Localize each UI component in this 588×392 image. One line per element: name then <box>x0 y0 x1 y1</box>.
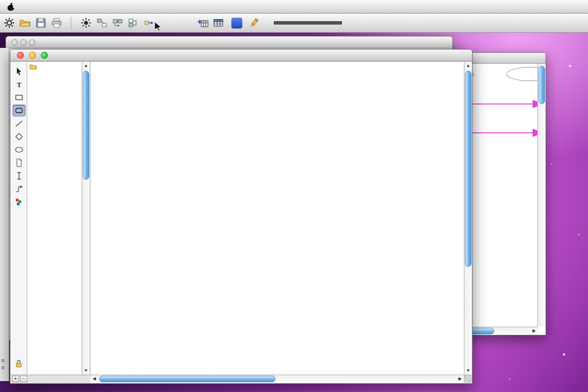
scroll-right-icon[interactable]: ▶ <box>456 375 464 383</box>
tool-rounded-rectangle-icon[interactable] <box>13 105 26 117</box>
tool-page-icon[interactable] <box>13 157 26 169</box>
scroll-down-icon[interactable]: ▼ <box>464 367 471 375</box>
lock-icon[interactable] <box>15 359 22 367</box>
page-list-scroll-thumb[interactable] <box>83 71 89 180</box>
app-toolbar <box>0 14 588 33</box>
tool-palette: T <box>11 62 27 375</box>
scroll-down-icon[interactable]: ▼ <box>82 367 90 375</box>
add-table-icon[interactable] <box>196 16 209 29</box>
state-vscrollbar[interactable] <box>537 64 546 327</box>
resize-grip[interactable] <box>464 375 471 383</box>
dictionary-titlebar[interactable] <box>6 36 452 48</box>
tool-text-icon[interactable]: T <box>13 78 26 90</box>
open-folder-icon[interactable] <box>19 16 32 29</box>
close-button[interactable] <box>11 39 18 46</box>
class-window-titlebar[interactable] <box>10 50 472 62</box>
tool-connector-icon[interactable] <box>13 183 26 195</box>
minimize-button[interactable] <box>29 52 36 59</box>
tool-diamond-icon[interactable] <box>13 131 26 143</box>
scroll-up-icon[interactable]: ▲ <box>464 62 471 70</box>
canvas-hscroll-thumb[interactable] <box>99 376 275 382</box>
apple-menu[interactable] <box>7 2 15 11</box>
canvas-vscrollbar[interactable]: ▲ ▼ <box>464 62 471 375</box>
canvas-vscroll-thumb[interactable] <box>465 71 471 267</box>
page-list-scrollbar[interactable]: ▲ ▼ <box>82 62 90 375</box>
table-icon[interactable] <box>212 16 225 29</box>
minimize-button[interactable] <box>20 39 27 46</box>
zoom-button[interactable] <box>41 52 48 59</box>
scroll-left-icon[interactable]: ◀ <box>90 375 98 383</box>
list-icon[interactable]: ≡ <box>1 364 4 371</box>
diagram-branch-icon[interactable] <box>127 16 140 29</box>
dictionary-entries <box>0 48 9 51</box>
gear-icon[interactable] <box>3 16 16 29</box>
connection-layer <box>90 62 464 375</box>
close-button[interactable] <box>17 52 24 59</box>
tool-line-icon[interactable] <box>13 118 26 130</box>
tool-color-icon[interactable] <box>13 196 26 208</box>
print-icon[interactable] <box>50 16 63 29</box>
folder-icon <box>29 64 37 70</box>
tool-rectangle-icon[interactable] <box>13 91 26 103</box>
help-button[interactable] <box>231 17 242 28</box>
page-list-panel: ▲ ▼ <box>27 62 90 375</box>
mouse-cursor <box>154 22 164 33</box>
code-pencil-tool[interactable] <box>249 19 260 27</box>
tool-cursor-icon[interactable] <box>13 65 26 77</box>
diagram-copy-icon[interactable] <box>95 16 108 29</box>
scroll-up-icon[interactable]: ▲ <box>82 62 90 70</box>
canvas-hscrollbar[interactable]: ◀ ▶ <box>90 375 464 383</box>
zoom-in-button[interactable]: + <box>12 376 19 382</box>
dictionary-list-strip: ≡ ≡ <box>0 48 9 381</box>
zoom-button[interactable] <box>29 39 35 46</box>
toolbar-separator <box>71 17 71 29</box>
zoom-out-button[interactable]: − <box>20 376 27 382</box>
diagram-link-icon[interactable] <box>111 16 124 29</box>
list-icon[interactable]: ≡ <box>1 357 4 364</box>
zoom-bar: + − <box>11 375 90 383</box>
class-window-body: T ▲ ▼ <box>11 62 471 383</box>
save-icon[interactable] <box>34 16 47 29</box>
diagram-canvas[interactable] <box>90 62 464 375</box>
desktop: { "menubar": { "items": ["MacA&D","File"… <box>0 0 588 392</box>
tool-ellipse-icon[interactable] <box>13 144 26 156</box>
color-palette <box>274 21 342 24</box>
class-diagram-window: T ▲ ▼ <box>10 49 473 384</box>
tool-ibeam-icon[interactable] <box>13 170 26 182</box>
menu-bar <box>0 0 588 14</box>
strip-icons: ≡ ≡ <box>1 357 4 371</box>
apple-icon <box>7 2 15 11</box>
sun-icon[interactable] <box>79 16 93 29</box>
page-tab-main[interactable] <box>27 62 90 71</box>
svg-text:T: T <box>16 81 21 89</box>
pencil-icon <box>249 19 260 27</box>
